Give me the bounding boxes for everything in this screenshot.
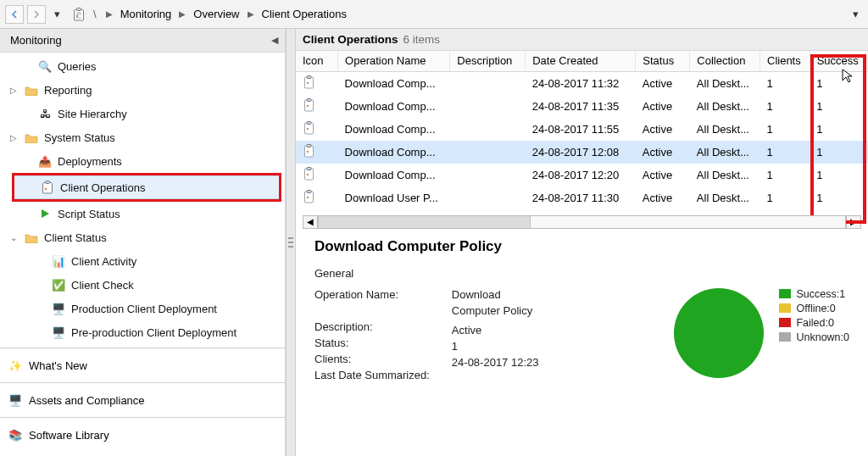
v-clients: 1 [452,340,539,353]
cell-success: 1 [810,141,867,164]
folder-icon [24,232,39,243]
col-date[interactable]: Date Created [526,51,636,71]
nav-tree-title: Monitoring [10,34,62,47]
col-icon[interactable]: Icon [296,51,338,71]
v-op-l2: Computer Policy [452,304,539,317]
cell-desc [450,71,526,95]
tree-item-prod-deploy[interactable]: 🖥️ Production Client Deployment [0,297,285,320]
cell-coll: All Deskt... [690,186,760,209]
tree-item-client-operations[interactable]: Client Operations [14,175,279,199]
cell-date: 24-08-2017 12:20 [526,164,636,186]
cell-status: Active [636,71,690,95]
horizontal-scrollbar[interactable]: ◀ ▶ [303,214,861,230]
collapse-icon[interactable]: ⌄ [8,233,19,242]
cell-date: 24-08-2017 11:35 [526,95,636,118]
cell-success: 1 [810,186,867,209]
results-table: Icon Operation Name Description Date Cre… [296,51,868,209]
svg-point-17 [307,150,309,152]
tree-item-preprod-deploy[interactable]: 🖥️ Pre-production Client Deployment [0,320,285,344]
table-row[interactable]: Download Comp...24-08-2017 11:32ActiveAl… [296,71,868,95]
col-desc[interactable]: Description [450,51,526,71]
scroll-right-button[interactable]: ▶ [846,215,861,229]
nav-forward-button[interactable] [27,5,46,24]
breadcrumb-seg-monitoring[interactable]: Monitoring [120,8,172,20]
cell-date: 24-08-2017 12:08 [526,141,636,164]
cell-op: Download Comp... [338,71,450,95]
cell-success: 1 [810,118,867,141]
cell-desc [450,186,526,209]
pie-chart [674,288,764,378]
play-icon [37,208,53,220]
svg-rect-22 [307,190,311,192]
workspace-assets[interactable]: 🖥️ Assets and Compliance [0,386,285,414]
tree-item-script-status[interactable]: Script Status [0,202,285,225]
scroll-track[interactable] [318,215,846,229]
k-clients: Clients: [314,353,430,365]
workspace-library[interactable]: 📚 Software Library [0,421,285,448]
breadcrumb-root-icon[interactable] [73,8,85,21]
tree-item-client-check[interactable]: ✅ Client Check [0,273,285,297]
table-row[interactable]: Download Comp...24-08-2017 11:55ActiveAl… [296,118,868,141]
tree-item-queries[interactable]: 🔍 Queries [0,54,285,78]
swatch-offline [779,303,791,313]
cell-clients: 1 [760,118,810,141]
swatch-failed [779,318,791,327]
clipboard-icon [40,181,55,194]
cell-clients: 1 [760,141,810,164]
table-row[interactable]: Download Comp...24-08-2017 12:20ActiveAl… [296,164,868,186]
table-row[interactable]: Download Comp...24-08-2017 12:08ActiveAl… [296,141,868,164]
breadcrumb[interactable]: \ ▶ Monitoring ▶ Overview ▶ Client Opera… [93,8,347,20]
breadcrumb-seg-clientops[interactable]: Client Operations [262,8,347,20]
svg-point-8 [307,81,309,83]
cell-op: Download User P... [338,186,450,209]
breadcrumb-seg-overview[interactable]: Overview [193,8,239,20]
cell-coll: All Deskt... [690,118,760,141]
v-last: 24-08-2017 12:23 [452,356,539,369]
cell-success: 1 [810,164,867,186]
tree-item-reporting[interactable]: ▷ Reporting [0,78,285,102]
cell-op: Download Comp... [338,164,450,186]
deploy-icon: 🖥️ [51,326,66,339]
svg-rect-7 [307,75,311,78]
expand-icon[interactable]: ▷ [8,86,19,95]
table-row[interactable]: Download Comp...24-08-2017 11:35ActiveAl… [296,95,868,118]
cell-coll: All Deskt... [690,164,760,186]
nav-history-dropdown[interactable]: ▾ [49,8,64,20]
tree-item-system-status[interactable]: ▷ System Status [0,125,285,149]
svg-rect-10 [307,98,311,101]
detail-title: Download Computer Policy [314,238,849,255]
svg-rect-0 [75,9,84,20]
col-coll[interactable]: Collection [690,51,760,71]
k-status: Status: [314,336,430,349]
nav-back-button[interactable] [5,5,24,24]
col-op[interactable]: Operation Name [338,51,450,71]
cell-clients: 1 [760,164,810,186]
tree-item-deployments[interactable]: 📤 Deployments [0,149,285,173]
chevron-right-icon: ▶ [106,9,113,19]
nav-tree-panel: Monitoring ◀ 🔍 Queries ▷ Reporting 🖧 Sit… [0,29,286,456]
chevron-right-icon: ▶ [179,9,186,19]
folder-icon [24,85,39,96]
cell-date: 24-08-2017 11:32 [526,71,636,95]
expand-icon[interactable]: ▷ [8,133,19,142]
svg-point-23 [307,196,309,197]
col-clients[interactable]: Clients [760,51,810,71]
scroll-left-button[interactable]: ◀ [303,215,318,229]
k-desc: Description: [314,320,430,333]
workspace-whats-new[interactable]: ✨ What's New [0,352,285,379]
table-row[interactable]: Download User P...24-08-2017 11:30Active… [296,186,868,209]
breadcrumb-dropdown[interactable]: ▾ [848,8,863,20]
tree-item-client-status[interactable]: ⌄ Client Status [0,225,285,249]
collapse-panel-icon[interactable]: ◀ [271,35,278,46]
k-op: Operation Name: [314,288,430,301]
cell-status: Active [636,118,690,141]
splitter-handle[interactable] [286,29,296,456]
deploy-icon: 🖥️ [51,303,66,315]
tree-item-client-activity[interactable]: 📊 Client Activity [0,249,285,273]
col-success[interactable]: Success [810,51,867,71]
scroll-thumb[interactable] [319,216,531,228]
breadcrumb-root-caret[interactable]: \ [93,8,97,20]
tree-item-site-hierarchy[interactable]: 🖧 Site Hierarchy [0,102,285,125]
assets-icon: 🖥️ [8,394,22,407]
col-status[interactable]: Status [636,51,690,71]
